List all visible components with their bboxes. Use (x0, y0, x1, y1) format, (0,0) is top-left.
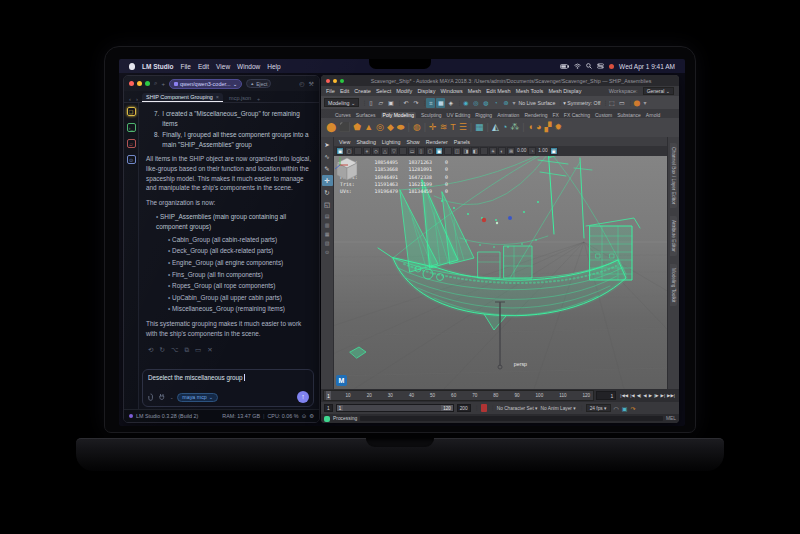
viewport-canvas[interactable]: Verts:10854495103712630Edges:11853668112… (334, 156, 667, 389)
search-icon[interactable]: ⌕ (154, 80, 157, 87)
viewport-icon-16[interactable] (480, 147, 488, 155)
viewport-icon-8[interactable]: ▭ (408, 147, 416, 155)
tab-mcp-json[interactable]: mcp.json (226, 94, 254, 102)
close-icon[interactable]: × (216, 94, 219, 100)
viewport-icon-20[interactable]: 0.00 (516, 147, 527, 155)
shelf-icon-6[interactable]: ⬬ (397, 118, 405, 137)
maya-menu-5[interactable]: Display (417, 88, 435, 94)
tool-icon-0[interactable]: ➤ (322, 139, 333, 150)
statusline-icon-3[interactable]: ⋮ (627, 98, 631, 108)
viewport-icon-15[interactable]: ◧ (471, 147, 479, 155)
menubar-item-2[interactable]: View (216, 63, 230, 70)
shelf-icon-10[interactable]: ✛ (429, 118, 437, 137)
panel-menu-item-3[interactable]: Show (406, 139, 419, 145)
wifi-icon[interactable] (574, 63, 581, 69)
statusline-icon-6[interactable]: ↷ (411, 98, 420, 108)
shelf-tab-10[interactable]: Custom (595, 112, 612, 118)
viewport-icon-18[interactable]: ◐ (498, 147, 506, 155)
viewport-icon-13[interactable]: ◫ (453, 147, 461, 155)
statusline-icon-4[interactable]: ⋮ (396, 98, 400, 108)
command-line-input[interactable] (360, 416, 663, 421)
viewport-icon-1[interactable]: ▢ (345, 147, 353, 155)
statusline-icon-0[interactable]: ⋮ (602, 98, 606, 108)
tool-icon-3[interactable]: ✛ (322, 175, 333, 186)
playback-button-3[interactable]: ◀ (643, 393, 646, 398)
shelf-icon-15[interactable]: ▦ (475, 118, 484, 137)
tab-ship-component-grouping[interactable]: SHIP Component Grouping × (142, 93, 223, 102)
maya-menu-1[interactable]: Edit (340, 88, 349, 94)
tool-icon-8[interactable]: ▦ (322, 229, 333, 237)
maya-menu-7[interactable]: Mesh (468, 88, 481, 94)
statusline-icon-11[interactable]: ⋮ (456, 98, 460, 108)
statusline-icon-8[interactable]: ⌗ (426, 98, 435, 108)
viewport-icon-6[interactable]: ▽ (390, 147, 398, 155)
viewport-icon-3[interactable]: ⌖ (363, 147, 371, 155)
statusline-icon-14[interactable]: ◍ (481, 98, 490, 108)
panel-menu-item-2[interactable]: Lighting (382, 139, 401, 145)
statusline-icon-0[interactable]: ⋮ (361, 98, 365, 108)
statusline-icon-2[interactable]: ▱ (376, 98, 385, 108)
tool-icon-4[interactable]: ↻ (322, 187, 333, 198)
maya-menu-4[interactable]: Modify (396, 88, 412, 94)
discover-nav-icon[interactable]: ⊙ (127, 155, 136, 164)
statusline-icon-1[interactable]: ⬚ (607, 98, 616, 108)
anim-prefs-icon[interactable]: ↷ (630, 405, 635, 412)
playback-button-1[interactable]: |◀ (630, 393, 635, 398)
gear-icon[interactable]: ⚙ (309, 413, 314, 419)
tool-icon-9[interactable]: ▧ (322, 238, 333, 246)
chevron-down-icon[interactable]: ⌄ (170, 395, 173, 400)
statusline-icon-1[interactable]: ▯ (366, 98, 375, 108)
anim-end-field[interactable]: 200 (457, 404, 471, 412)
shelf-icon-22[interactable]: ◕ (536, 118, 541, 137)
viewport-icon-0[interactable]: ▣ (336, 147, 344, 155)
tool-icon-10[interactable]: ⊙ (322, 247, 333, 255)
menubar-clock[interactable]: Wed Apr 1 9:41 AM (619, 63, 675, 70)
shelf-icon-4[interactable]: ◎ (376, 118, 384, 137)
menu-set-select[interactable]: Modeling ⌄ (324, 98, 359, 107)
shelf-icon-2[interactable]: ⬟ (353, 118, 361, 137)
current-frame-field[interactable]: 1 (596, 391, 616, 400)
shelf-tab-11[interactable]: Substance (617, 112, 641, 118)
shelf-icon-23[interactable]: ▞ (545, 118, 552, 137)
shelf-icon-16[interactable]: | (487, 118, 489, 137)
shelf-icon-8[interactable]: ◍ (413, 118, 421, 137)
shelf-icon-0[interactable]: ⬤ (326, 118, 336, 137)
add-tab-button[interactable]: + (257, 96, 260, 102)
tool-icon-2[interactable]: ✎ (322, 163, 333, 174)
panel-menu-item-5[interactable]: Panels (454, 139, 470, 145)
message-action-icon-0[interactable]: ⟲ (148, 345, 153, 355)
mel-label[interactable]: MEL (666, 416, 676, 421)
auto-key-toggle-icon[interactable]: ▣ (622, 405, 628, 412)
message-action-icon-1[interactable]: ↻ (159, 345, 164, 355)
playback-button-7[interactable]: ▶▶| (667, 393, 675, 398)
playback-button-0[interactable]: |◀◀ (620, 393, 628, 398)
attribute-editor-tab[interactable]: Attribute Editor (670, 216, 677, 256)
statusline-icon-4[interactable]: ⬤ (632, 98, 641, 108)
statusline-icon-5[interactable]: ▾ (642, 98, 647, 108)
message-action-icon-2[interactable]: ⌥ (171, 345, 179, 355)
viewport-icon-12[interactable] (444, 147, 452, 155)
menubar-app-name[interactable]: LM Studio (142, 63, 173, 70)
anim-start-field[interactable]: 1 (324, 404, 333, 412)
spotlight-icon[interactable] (586, 63, 592, 69)
tool-icon-7[interactable]: ▥ (322, 220, 333, 228)
channel-box-tab[interactable]: Channel Box / Layer Editor (670, 143, 677, 208)
viewport-icon-7[interactable] (399, 147, 407, 155)
menubar-item-0[interactable]: File (180, 63, 190, 70)
shelf-icon-17[interactable]: ◭ (492, 118, 499, 137)
viewport-icon-14[interactable]: ◨ (462, 147, 470, 155)
control-center-icon[interactable] (597, 63, 604, 69)
character-set-select[interactable]: No Character Set ▾ (497, 406, 538, 411)
viewport-icon-21[interactable]: ◔ (528, 147, 536, 155)
workspace-select[interactable]: General ⌄ (643, 87, 674, 95)
tool-icon-6[interactable]: ▤ (322, 211, 333, 219)
shelf-icon-1[interactable]: ⬛ (339, 118, 350, 137)
playback-button-2[interactable]: ◀| (637, 393, 642, 398)
range-slider[interactable]: 1 120 (336, 404, 454, 412)
statusline-icon-15[interactable]: ◔ (491, 98, 500, 108)
maya-menu-9[interactable]: Mesh Tools (516, 88, 544, 94)
message-action-icon-5[interactable]: ✕ (207, 345, 212, 355)
tools-icon[interactable]: ⚒ (309, 80, 314, 87)
statusline-icon-13[interactable]: ◎ (471, 98, 480, 108)
tool-icon-5[interactable]: ◱ (322, 199, 333, 210)
